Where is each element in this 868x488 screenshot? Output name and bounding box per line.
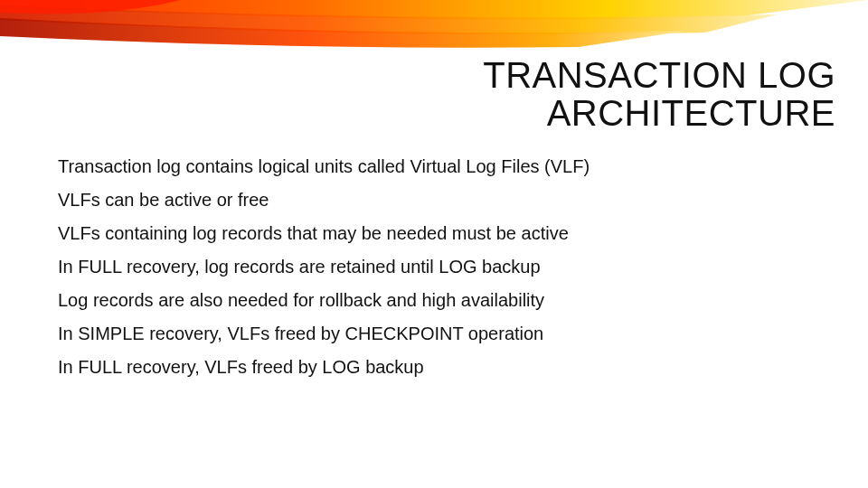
title-line-2: ARCHITECTURE	[547, 93, 835, 133]
bullet-item: Log records are also needed for rollback…	[58, 289, 810, 312]
banner-svg	[0, 0, 868, 51]
slide-body: Transaction log contains logical units c…	[58, 155, 810, 389]
slide-title: TRANSACTION LOG ARCHITECTURE	[483, 56, 835, 132]
bullet-item: VLFs can be active or free	[58, 189, 810, 211]
title-line-1: TRANSACTION LOG	[483, 55, 835, 95]
bullet-item: In FULL recovery, VLFs freed by LOG back…	[58, 356, 810, 379]
decorative-banner	[0, 0, 868, 51]
bullet-item: VLFs containing log records that may be …	[58, 222, 810, 245]
bullet-item: In FULL recovery, log records are retain…	[58, 256, 810, 278]
slide: TRANSACTION LOG ARCHITECTURE Transaction…	[0, 0, 868, 488]
bullet-item: Transaction log contains logical units c…	[58, 155, 810, 178]
bullet-item: In SIMPLE recovery, VLFs freed by CHECKP…	[58, 323, 810, 345]
